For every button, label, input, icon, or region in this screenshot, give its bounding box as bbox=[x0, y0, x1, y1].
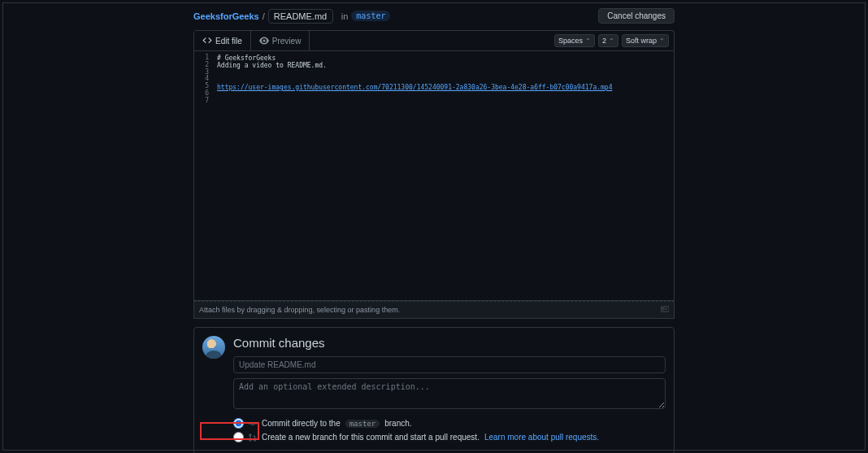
markdown-icon bbox=[661, 305, 669, 315]
code-editor[interactable]: 1 2 3 4 5 6 7 # GeeksforGeeksAdding a vi… bbox=[193, 50, 675, 301]
code-content[interactable]: # GeeksforGeeksAdding a video to README.… bbox=[212, 51, 617, 300]
line-gutter: 1 2 3 4 5 6 7 bbox=[194, 51, 212, 300]
avatar bbox=[202, 336, 225, 359]
video-url-link[interactable]: https://user-images.githubusercontent.co… bbox=[217, 84, 612, 91]
